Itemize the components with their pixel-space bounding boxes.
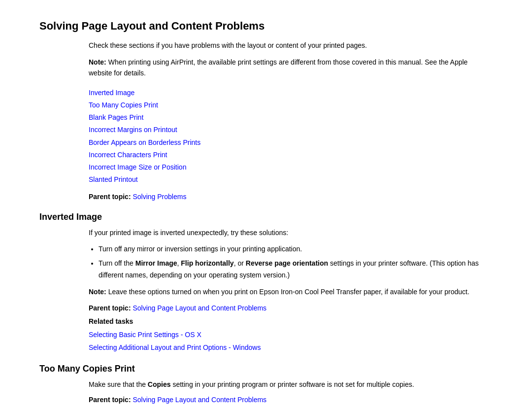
- inverted-image-note: Note: Leave these options turned on when…: [89, 286, 493, 297]
- link-item-inverted-image[interactable]: Inverted Image: [89, 87, 493, 99]
- link-blank-pages[interactable]: Blank Pages Print: [89, 113, 143, 121]
- related-task-item-1[interactable]: Selecting Basic Print Settings - OS X: [89, 329, 493, 341]
- too-many-copies-parent-link[interactable]: Solving Page Layout and Content Problems: [133, 396, 266, 404]
- link-item-incorrect-image[interactable]: Incorrect Image Size or Position: [89, 161, 493, 173]
- link-item-too-many-copies[interactable]: Too Many Copies Print: [89, 99, 493, 111]
- inverted-image-section: Inverted Image If your printed image is …: [39, 212, 493, 354]
- link-inverted-image[interactable]: Inverted Image: [89, 89, 134, 97]
- too-many-copies-parent-label: Parent topic:: [89, 396, 131, 404]
- inverted-image-title: Inverted Image: [39, 212, 493, 222]
- page-content: Solving Page Layout and Content Problems…: [0, 0, 532, 411]
- related-tasks-label: Related tasks: [89, 316, 493, 327]
- intro-text: Check these sections if you have problem…: [89, 40, 493, 51]
- link-too-many-copies[interactable]: Too Many Copies Print: [89, 101, 158, 109]
- link-item-blank-pages[interactable]: Blank Pages Print: [89, 111, 493, 124]
- bullet-item-1: Turn off any mirror or inversion setting…: [99, 243, 493, 255]
- link-incorrect-margins[interactable]: Incorrect Margins on Printout: [89, 126, 177, 134]
- inverted-image-bullets: Turn off any mirror or inversion setting…: [99, 243, 493, 281]
- main-parent-topic-label: Parent topic:: [89, 193, 131, 201]
- main-parent-topic: Parent topic: Solving Problems: [89, 192, 493, 202]
- related-task-link-1[interactable]: Selecting Basic Print Settings - OS X: [89, 331, 201, 339]
- page-title: Solving Page Layout and Content Problems: [39, 20, 493, 33]
- related-task-item-2[interactable]: Selecting Additional Layout and Print Op…: [89, 342, 493, 354]
- inverted-note-label: Note:: [89, 288, 106, 296]
- too-many-copies-section: Too Many Copies Print Make sure that the…: [39, 364, 493, 405]
- note-block: Note: When printing using AirPrint, the …: [89, 57, 493, 79]
- related-task-link-2[interactable]: Selecting Additional Layout and Print Op…: [89, 343, 261, 351]
- link-incorrect-characters[interactable]: Incorrect Characters Print: [89, 151, 167, 159]
- inverted-image-intro: If your printed image is inverted unexpe…: [89, 227, 493, 238]
- link-item-incorrect-margins[interactable]: Incorrect Margins on Printout: [89, 124, 493, 136]
- inverted-parent-link[interactable]: Solving Page Layout and Content Problems: [133, 304, 266, 312]
- topic-links-list: Inverted Image Too Many Copies Print Bla…: [89, 87, 493, 186]
- note-text: When printing using AirPrint, the availa…: [89, 58, 467, 77]
- link-item-slanted-printout[interactable]: Slanted Printout: [89, 173, 493, 186]
- link-border-appears[interactable]: Border Appears on Borderless Prints: [89, 138, 200, 146]
- link-item-incorrect-characters[interactable]: Incorrect Characters Print: [89, 149, 493, 161]
- too-many-copies-intro: Make sure that the Copies setting in you…: [89, 379, 493, 390]
- link-incorrect-image[interactable]: Incorrect Image Size or Position: [89, 163, 186, 171]
- related-tasks-links: Selecting Basic Print Settings - OS X Se…: [89, 329, 493, 353]
- link-item-border-appears[interactable]: Border Appears on Borderless Prints: [89, 137, 493, 149]
- inverted-parent-label: Parent topic:: [89, 304, 131, 312]
- main-parent-topic-link[interactable]: Solving Problems: [133, 193, 186, 201]
- link-slanted-printout[interactable]: Slanted Printout: [89, 175, 138, 183]
- note-label: Note:: [89, 58, 106, 66]
- bullet-item-2: Turn off the Mirror Image, Flip horizont…: [99, 258, 493, 281]
- too-many-copies-parent-topic: Parent topic: Solving Page Layout and Co…: [89, 395, 493, 405]
- inverted-parent-topic: Parent topic: Solving Page Layout and Co…: [89, 303, 493, 313]
- too-many-copies-title: Too Many Copies Print: [39, 364, 493, 374]
